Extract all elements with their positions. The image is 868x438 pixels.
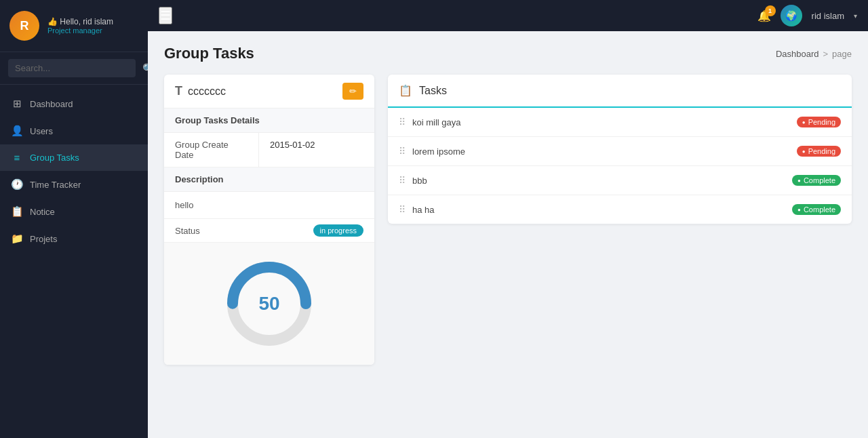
search-input[interactable]	[8, 59, 136, 77]
user-greeting-text: Hello, rid islam	[60, 17, 113, 26]
tasks-header: 📋 Tasks	[388, 75, 852, 108]
avatar: R	[9, 11, 39, 41]
sidebar-item-dashboard[interactable]: ⊞ Dashboard	[0, 90, 148, 117]
status-label: Status	[175, 226, 200, 236]
main-content: ☰ 🔔 1 🌍 rid islam ▾ Group Tasks Dashboar…	[148, 0, 868, 438]
sidebar-item-notice[interactable]: 📋 Notice	[0, 198, 148, 225]
notice-icon: 📋	[11, 205, 23, 218]
hamburger-button[interactable]: ☰	[159, 7, 172, 24]
description-text: hello	[164, 192, 374, 219]
sidebar: R 👍 Hello, rid islam Project manager 🔍 ⊞…	[0, 0, 148, 438]
topbar-right: 🔔 1 🌍 rid islam ▾	[757, 5, 857, 26]
breadcrumb-dashboard[interactable]: Dashboard	[776, 49, 819, 59]
breadcrumb-current: page	[832, 49, 852, 59]
projets-icon: 📁	[11, 233, 23, 245]
sidebar-header: R 👍 Hello, rid islam Project manager	[0, 0, 148, 52]
thumbs-up-icon: 👍	[47, 17, 60, 26]
status-row: Status in progress	[164, 219, 374, 243]
breadcrumb: Dashboard > page	[776, 49, 852, 59]
badge-dot-icon: ●	[797, 178, 801, 184]
task-name: koi mill gaya	[412, 117, 790, 127]
nav-menu: ⊞ Dashboard 👤 Users ≡ Group Tasks 🕐 Time…	[0, 85, 148, 438]
left-panel: T ccccccc ✏ Group Tasks Details Group Cr…	[164, 75, 374, 376]
user-info: 👍 Hello, rid islam Project manager	[47, 17, 138, 35]
chart-wrap: 50	[164, 243, 374, 365]
drag-icon: ⠿	[399, 175, 406, 186]
badge-dot-icon: ●	[797, 207, 801, 213]
page-header: Group Tasks Dashboard > page	[164, 45, 852, 62]
create-date-row: Group Create Date 2015-01-02	[164, 133, 374, 167]
status-badge: ● Complete	[792, 175, 841, 186]
sidebar-item-label: Projets	[30, 234, 57, 244]
status-badge: ● Pending	[797, 117, 841, 127]
status-badge: ● Pending	[797, 146, 841, 157]
drag-icon: ⠿	[399, 146, 406, 157]
notification-badge: 1	[765, 5, 776, 16]
breadcrumb-separator: >	[823, 49, 828, 59]
badge-dot-icon: ●	[802, 119, 806, 125]
search-wrap: 🔍	[0, 52, 148, 85]
sidebar-item-label: Dashboard	[30, 99, 73, 109]
card-header: T ccccccc ✏	[164, 75, 374, 108]
table-row: ⠿ koi mill gaya ● Pending	[388, 108, 852, 137]
user-hello: 👍 Hello, rid islam	[47, 17, 138, 26]
drag-icon: ⠿	[399, 204, 406, 215]
text-icon: T	[175, 84, 182, 98]
group-card: T ccccccc ✏ Group Tasks Details Group Cr…	[164, 75, 374, 365]
task-name: ha ha	[412, 205, 785, 215]
chevron-down-icon: ▾	[854, 12, 857, 20]
table-row: ⠿ bbb ● Complete	[388, 166, 852, 195]
badge-dot-icon: ●	[802, 148, 806, 155]
group-name: ccccccc	[188, 85, 226, 98]
topbar-avatar[interactable]: 🌍	[781, 5, 802, 26]
task-name: bbb	[412, 176, 785, 186]
sidebar-item-label: Notice	[30, 207, 55, 217]
topbar: ☰ 🔔 1 🌍 rid islam ▾	[148, 0, 868, 31]
content-grid: T ccccccc ✏ Group Tasks Details Group Cr…	[164, 75, 852, 376]
table-row: ⠿ ha ha ● Complete	[388, 195, 852, 224]
tasks-title: Tasks	[419, 85, 447, 97]
edit-button[interactable]: ✏	[342, 83, 363, 100]
group-tasks-icon: ≡	[11, 152, 23, 163]
donut-value: 50	[258, 293, 279, 315]
status-badge: ● Complete	[792, 204, 841, 215]
donut-chart: 50	[222, 256, 317, 351]
create-date-value: 2015-01-02	[259, 133, 374, 167]
sidebar-item-label: Group Tasks	[30, 153, 79, 163]
sidebar-item-users[interactable]: 👤 Users	[0, 117, 148, 144]
time-tracker-icon: 🕐	[11, 178, 23, 191]
task-name: lorem ipsome	[412, 146, 790, 157]
right-panel: 📋 Tasks ⠿ koi mill gaya ● Pending ⠿	[388, 75, 852, 224]
topbar-username[interactable]: rid islam	[812, 11, 844, 21]
user-role: Project manager	[47, 26, 138, 35]
card-title-wrap: T ccccccc	[175, 84, 226, 98]
sidebar-item-projets[interactable]: 📁 Projets	[0, 225, 148, 252]
users-icon: 👤	[11, 125, 23, 137]
sidebar-item-label: Time Tracker	[30, 180, 81, 190]
table-row: ⠿ lorem ipsome ● Pending	[388, 137, 852, 166]
dashboard-icon: ⊞	[11, 98, 23, 110]
sidebar-item-label: Users	[30, 126, 53, 136]
drag-icon: ⠿	[399, 117, 406, 127]
page-area: Group Tasks Dashboard > page T ccccccc ✏	[148, 31, 868, 438]
page-title: Group Tasks	[164, 45, 254, 62]
details-section-header: Group Tasks Details	[164, 108, 374, 133]
notification-bell[interactable]: 🔔 1	[757, 9, 771, 22]
tasks-card: 📋 Tasks ⠿ koi mill gaya ● Pending ⠿	[388, 75, 852, 224]
description-header: Description	[164, 167, 374, 192]
create-date-label: Group Create Date	[164, 133, 259, 167]
sidebar-item-group-tasks[interactable]: ≡ Group Tasks	[0, 144, 148, 171]
tasks-icon: 📋	[399, 84, 412, 97]
sidebar-item-time-tracker[interactable]: 🕐 Time Tracker	[0, 171, 148, 198]
status-badge: in progress	[313, 224, 363, 237]
